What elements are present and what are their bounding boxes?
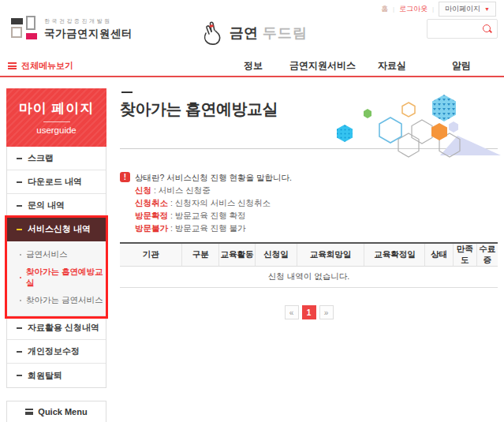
submenu-item-label: 찾아가는 흡연예방교실 xyxy=(26,267,106,289)
alert-icon: ! xyxy=(120,172,130,182)
submenu-item-label: 찾아가는 금연서비스 xyxy=(26,295,103,306)
legend-desc: 신청자의 서비스 신청취소 xyxy=(175,198,271,207)
bullet-icon xyxy=(20,254,21,256)
sidebar-item-label: 회원탈퇴 xyxy=(28,370,62,382)
status-legend: ! 상태란? 서비스신청 진행 현황을 말합니다. 신청 : 서비스 신청중 신… xyxy=(120,171,498,234)
nav-item-info[interactable]: 정보 xyxy=(218,59,288,73)
submenu-item-visiting-cessation-service[interactable]: 찾아가는 금연서비스 xyxy=(7,292,106,309)
table-header-row: 기관 구분 교육활동 신청일 교육희망일 교육확정일 상태 만족도 수료증 xyxy=(120,243,498,267)
legend-item: 신청취소 : 신청자의 서비스 신청취소 xyxy=(135,196,498,209)
sidebar-item-service-requests[interactable]: 서비스신청 내역 xyxy=(7,218,106,241)
col-category: 구분 xyxy=(182,243,218,267)
bullet-icon xyxy=(20,277,21,278)
sidebar-item-edit-profile[interactable]: 개인정보수정 xyxy=(7,340,106,364)
utility-bar: 홈 | 로그아웃 | 마이페이지 ▼ xyxy=(0,0,504,14)
org-parent-name: 한국건강증진개발원 xyxy=(44,17,133,25)
sidebar-submenu: 금연서비스 찾아가는 흡연예방교실 찾아가는 금연서비스 xyxy=(7,241,106,316)
sidebar-item-material-requests[interactable]: 자료활용 신청내역 xyxy=(7,316,106,340)
sidebar-item-label: 개인정보수정 xyxy=(28,345,80,357)
dash-icon xyxy=(17,158,22,159)
pagination-next-button[interactable]: » xyxy=(319,305,334,319)
sidebar-item-label: 스크랩 xyxy=(28,152,54,164)
global-nav: 전체메뉴보기 정보 금연지원서비스 자료실 알림 xyxy=(0,55,504,77)
page-title-block: 찾아가는 흡연예방교실 xyxy=(120,91,498,149)
col-status: 상태 xyxy=(425,243,454,267)
title-dash xyxy=(121,91,133,93)
search-box xyxy=(427,19,498,39)
legend-sep: : xyxy=(168,223,175,233)
legend-term: 신청취소 xyxy=(135,198,168,207)
legend-desc: 서비스 신청중 xyxy=(159,185,211,195)
dash-icon xyxy=(17,229,22,230)
legend-items: 신청 : 서비스 신청중 신청취소 : 신청자의 서비스 신청취소 방문확정 :… xyxy=(135,184,498,234)
nav-items: 정보 금연지원서비스 자료실 알림 xyxy=(218,59,496,73)
request-list-table: 기관 구분 교육활동 신청일 교육희망일 교육확정일 상태 만족도 수료증 신청… xyxy=(120,242,498,288)
col-confirmed-date: 교육확정일 xyxy=(364,243,425,267)
divider: | xyxy=(432,6,434,13)
org-logo[interactable]: 한국건강증진개발원 국가금연지원센터 xyxy=(11,16,133,43)
col-request-date: 신청일 xyxy=(256,243,297,267)
search-input[interactable] xyxy=(427,21,482,37)
highlight-annotation-box: 서비스신청 내역 금연서비스 찾아가는 흡연예방교실 xyxy=(7,218,106,316)
divider: | xyxy=(393,6,394,13)
legend-sep: : xyxy=(168,211,175,220)
legend-item: 방문확정 : 방문교육 진행 확정 xyxy=(135,209,498,222)
legend-term: 방문확정 xyxy=(135,211,168,220)
dash-icon xyxy=(17,327,22,329)
page-title: 찾아가는 흡연예방교실 xyxy=(120,99,498,120)
empty-message: 신청 내역이 없습니다. xyxy=(120,267,498,288)
page: 홈 | 로그아웃 | 마이페이지 ▼ 한국건강증진개발원 국가금연지원센터 xyxy=(0,0,504,422)
col-certificate: 수료증 xyxy=(476,243,498,267)
legend-intro-row: ! 상태란? 서비스신청 진행 현황을 말합니다. xyxy=(120,171,498,184)
dash-icon xyxy=(17,181,22,183)
nav-item-notice[interactable]: 알림 xyxy=(427,59,496,73)
sidebar-item-scrap[interactable]: 스크랩 xyxy=(7,147,106,170)
col-institution: 기관 xyxy=(120,243,182,267)
col-preferred-date: 교육희망일 xyxy=(297,243,364,267)
table-empty-row: 신청 내역이 없습니다. xyxy=(120,267,498,288)
legend-desc: 방문교육 진행 불가 xyxy=(175,223,246,233)
bullet-icon xyxy=(20,300,21,301)
nav-item-services[interactable]: 금연지원서비스 xyxy=(288,59,357,73)
dash-icon xyxy=(17,205,22,207)
search-icon[interactable] xyxy=(482,24,493,35)
dash-icon xyxy=(17,351,22,353)
sidebar-item-label: 문의 내역 xyxy=(28,200,65,211)
legend-desc: 방문교육 진행 확정 xyxy=(175,211,246,220)
sidebar-item-downloads[interactable]: 다운로드 내역 xyxy=(7,170,106,194)
pagination-prev-button[interactable]: « xyxy=(285,305,299,319)
sidebar-item-label: 다운로드 내역 xyxy=(28,176,82,188)
service-logo[interactable]: 금연두드림 xyxy=(201,21,308,46)
sidebar-subtitle: userguide xyxy=(6,125,106,135)
header: 한국건강증진개발원 국가금연지원센터 금연두드림 xyxy=(0,14,504,54)
pagination-page-1[interactable]: 1 xyxy=(302,305,316,319)
sidebar: 마이 페이지 userguide 스크랩 다운로드 내역 문의 내역 xyxy=(6,88,106,422)
main-content: 찾아가는 흡연예방교실 xyxy=(120,88,498,422)
nav-item-archive[interactable]: 자료실 xyxy=(357,59,427,73)
submenu-item-smoking-prevention-class[interactable]: 찾아가는 흡연예방교실 xyxy=(7,263,106,292)
menu-icon xyxy=(25,409,33,415)
sidebar-title: 마이 페이지 xyxy=(6,99,106,118)
divider xyxy=(43,121,70,122)
quick-menu: Quick Menu 금연캠프 (치료/일반) 찾아가는 금연서비스 찾아가는 … xyxy=(6,401,106,422)
all-menu-label: 전체메뉴보기 xyxy=(21,60,73,72)
col-activity: 교육활동 xyxy=(218,243,255,267)
submenu-item-cessation-service[interactable]: 금연서비스 xyxy=(7,246,106,263)
sidebar-item-inquiries[interactable]: 문의 내역 xyxy=(7,194,106,218)
hand-knock-icon xyxy=(201,21,225,46)
legend-sep: : xyxy=(168,198,175,207)
mypage-label: 마이페이지 xyxy=(445,4,480,14)
all-menu-button[interactable]: 전체메뉴보기 xyxy=(8,60,73,72)
quick-menu-header: Quick Menu xyxy=(7,401,106,422)
sidebar-item-label: 자료활용 신청내역 xyxy=(28,322,99,334)
org-logo-text: 한국건강증진개발원 국가금연지원센터 xyxy=(44,17,133,41)
legend-intro: 상태란? 서비스신청 진행 현황을 말합니다. xyxy=(135,171,292,184)
dash-icon xyxy=(17,375,22,376)
sidebar-item-withdraw[interactable]: 회원탈퇴 xyxy=(7,364,106,387)
home-link[interactable]: 홈 xyxy=(381,4,388,14)
sidebar-item-label: 서비스신청 내역 xyxy=(28,223,91,235)
hamburger-icon xyxy=(8,62,17,69)
brand-strong: 금연 xyxy=(230,24,258,43)
logout-link[interactable]: 로그아웃 xyxy=(399,4,427,14)
submenu-item-label: 금연서비스 xyxy=(26,249,68,260)
